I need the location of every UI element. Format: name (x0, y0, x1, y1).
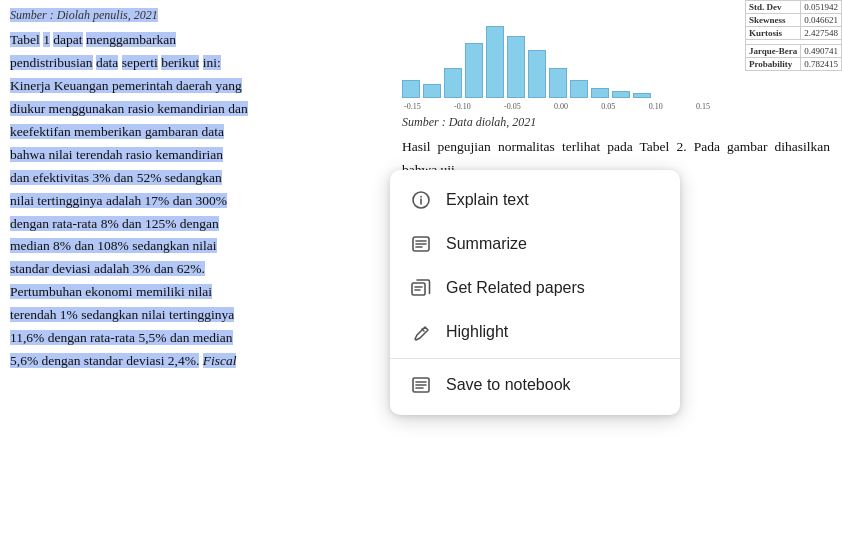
explain-icon (410, 189, 432, 211)
save-to-notebook-item[interactable]: Save to notebook (390, 363, 680, 407)
chart-area (402, 8, 712, 98)
summarize-label: Summarize (446, 235, 527, 253)
bar-3 (444, 68, 462, 98)
bar-8 (549, 68, 567, 98)
source-line: Sumber : Diolah penulis, 2021 (10, 8, 380, 23)
menu-divider (390, 358, 680, 359)
bar-4 (465, 43, 483, 98)
bar-1 (402, 80, 420, 98)
bar-12 (633, 93, 651, 98)
related-papers-icon (410, 277, 432, 299)
save-notebook-icon (410, 374, 432, 396)
document-text: Tabel 1 dapat menggambarkan pendistribus… (10, 29, 380, 373)
bar-9 (570, 80, 588, 98)
highlight-label: Highlight (446, 323, 508, 341)
summarize-icon (410, 233, 432, 255)
explain-text-label: Explain text (446, 191, 529, 209)
context-menu: Explain text Summarize Get Related paper… (390, 170, 680, 415)
bar-10 (591, 88, 609, 98)
document-panel: Sumber : Diolah penulis, 2021 Tabel 1 da… (0, 0, 390, 533)
chart-bars (402, 26, 712, 98)
get-related-papers-item[interactable]: Get Related papers (390, 266, 680, 310)
bar-2 (423, 84, 441, 98)
svg-rect-2 (412, 283, 425, 295)
summarize-item[interactable]: Summarize (390, 222, 680, 266)
related-papers-label: Get Related papers (446, 279, 585, 297)
bar-7 (528, 50, 546, 98)
bar-5 (486, 26, 504, 98)
chart-axis: -0.15 -0.10 -0.05 0.00 0.05 0.10 0.15 (402, 102, 712, 111)
highlight-icon (410, 321, 432, 343)
bar-6 (507, 36, 525, 98)
bar-11 (612, 91, 630, 98)
save-notebook-label: Save to notebook (446, 376, 571, 394)
chart-source-line: Sumber : Data diolah, 2021 (402, 115, 830, 130)
highlight-item[interactable]: Highlight (390, 310, 680, 354)
explain-text-item[interactable]: Explain text (390, 178, 680, 222)
stats-table: Std. Dev0.051942 Skewness0.046621 Kurtos… (745, 0, 842, 71)
